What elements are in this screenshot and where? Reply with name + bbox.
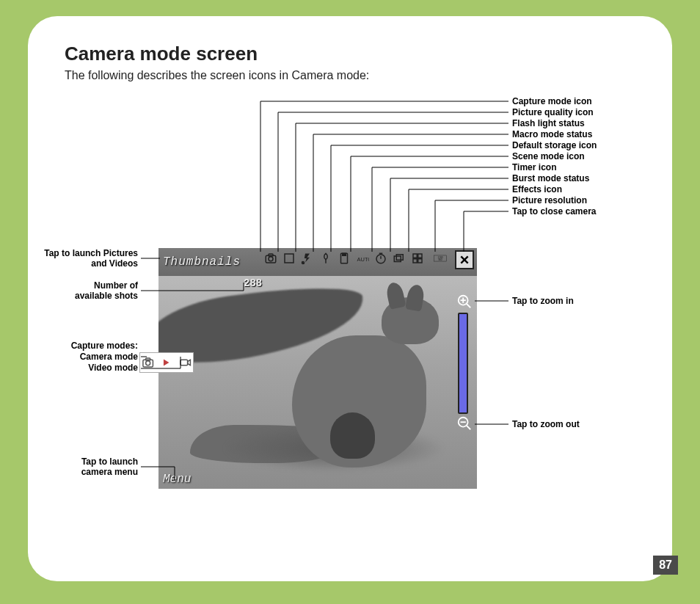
page-number: 87 (653, 556, 678, 575)
label-capture-modes-header: Capture modes: (38, 341, 138, 351)
callout-lines (0, 0, 700, 604)
label-thumbnails: Tap to launch Picturesand Videos (38, 248, 138, 269)
label-video-mode: Video mode (38, 363, 138, 373)
label-default-storage: Default storage icon (512, 140, 597, 150)
label-burst-mode: Burst mode status (512, 173, 589, 183)
label-picture-resolution: Picture resolution (512, 195, 587, 205)
label-timer: Timer icon (512, 162, 556, 172)
label-available-shots: Number ofavailable shots (38, 280, 138, 302)
label-flash-light: Flash light status (512, 118, 585, 128)
manual-page: Camera mode screen The following describ… (0, 0, 700, 604)
label-close-camera: Tap to close camera (512, 206, 597, 217)
label-zoom-in: Tap to zoom in (512, 296, 574, 306)
label-zoom-out: Tap to zoom out (512, 419, 580, 429)
label-camera-menu: Tap to launchcamera menu (38, 456, 138, 478)
label-macro-mode: Macro mode status (512, 129, 592, 139)
label-scene-mode: Scene mode icon (512, 151, 585, 161)
label-effects: Effects icon (512, 184, 562, 194)
label-picture-quality: Picture quality icon (512, 107, 594, 117)
label-camera-mode: Camera mode (38, 352, 138, 362)
label-capture-mode: Capture mode icon (512, 96, 592, 106)
